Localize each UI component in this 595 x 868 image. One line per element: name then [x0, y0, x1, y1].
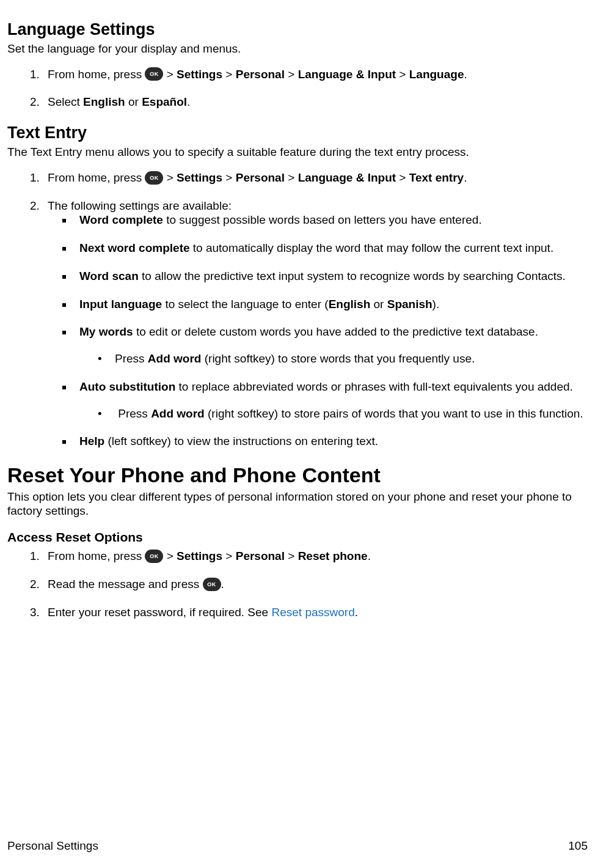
footer-section: Personal Settings [7, 839, 98, 853]
reset-step-1: From home, press OK > Settings > Persona… [43, 549, 588, 564]
bullet-word-scan: Word scan to allow the predictive text i… [73, 269, 588, 284]
footer-page-number: 105 [568, 839, 588, 853]
reset-step-2: Read the message and press OK. [43, 577, 588, 592]
bullet-auto-substitution: Auto substitution to replace abbreviated… [73, 380, 588, 421]
reset-step-3: Enter your reset password, if required. … [43, 605, 588, 620]
sub-add-word-autosub: Press Add word (right softkey) to store … [98, 406, 588, 421]
lang-step-2: Select English or Español. [43, 95, 588, 109]
bullet-help: Help (left softkey) to view the instruct… [73, 434, 588, 449]
bullet-my-words: My words to edit or delete custom words … [73, 325, 588, 366]
bullet-next-word-complete: Next word complete to automatically disp… [73, 241, 588, 256]
heading-text-entry: Text Entry [7, 123, 588, 144]
text-step-1: From home, press OK > Settings > Persona… [43, 171, 588, 185]
intro-reset: This option lets you clear different typ… [7, 490, 588, 519]
ok-icon: OK [145, 550, 163, 563]
link-reset-password[interactable]: Reset password [271, 606, 354, 619]
heading-language-settings: Language Settings [7, 20, 588, 40]
text-step-2: The following settings are available: Wo… [43, 199, 588, 449]
sub-add-word-mywords: Press Add word (right softkey) to store … [98, 351, 588, 366]
ok-icon: OK [145, 67, 163, 81]
lang-step-1: From home, press OK > Settings > Persona… [43, 67, 588, 82]
ok-icon: OK [145, 171, 163, 185]
intro-language-settings: Set the language for your display and me… [7, 42, 588, 56]
intro-text-entry: The Text Entry menu allows you to specif… [7, 145, 588, 160]
bullet-input-language: Input language to select the language to… [73, 297, 588, 312]
ok-icon: OK [203, 578, 221, 591]
heading-reset: Reset Your Phone and Phone Content [7, 462, 588, 488]
bullet-word-complete: Word complete to suggest possible words … [73, 213, 588, 227]
subhead-access-reset: Access Reset Options [7, 529, 588, 545]
